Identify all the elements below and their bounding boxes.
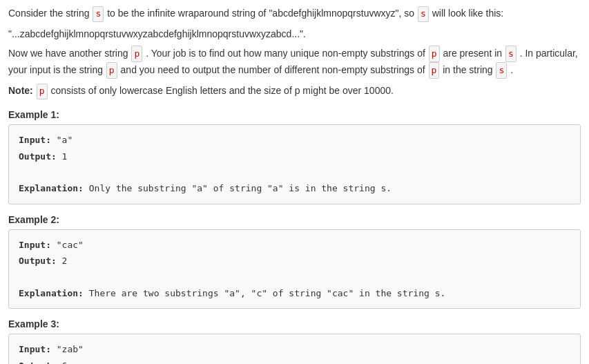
s-variable-4: s [496, 62, 507, 79]
note-label: Note: [8, 85, 33, 96]
output-label: Output: [19, 151, 57, 162]
s-variable-3: s [505, 46, 516, 62]
example-2-output: Output: 2 [19, 253, 570, 269]
second-text-8: . [510, 64, 513, 75]
example-2-title: Example 2: [8, 214, 581, 225]
example-2-explanation: Explanation: There are two substrings "a… [19, 285, 570, 301]
intro-text-3: will look like this: [432, 8, 503, 19]
example-3: Example 3:Input: "zab"Output: 6Explanati… [8, 318, 581, 364]
example-1-input: Input: "a" [19, 132, 570, 148]
intro-line2: "...zabcdefghijklmnopqrstuvwxyzabcdefghi… [8, 26, 581, 41]
input-label: Input: [19, 135, 51, 145]
second-text-7: in the string [443, 64, 492, 75]
example-1-box: Input: "a"Output: 1Explanation: Only the… [8, 124, 581, 204]
example-1: Example 1:Input: "a"Output: 1Explanation… [8, 109, 581, 204]
second-text-4: . In particular, [520, 48, 578, 59]
second-para: Now we have another string p . Your job … [8, 46, 581, 79]
intro-text-1: Consider the string [8, 8, 90, 19]
note-text: consists of only lowercase English lette… [50, 85, 394, 96]
explanation-label: Explanation: [19, 288, 84, 298]
output-label: Output: [19, 361, 57, 364]
example-3-output: Output: 6 [19, 358, 570, 364]
input-label: Input: [19, 344, 51, 354]
input-label: Input: [19, 240, 51, 250]
s-variable-1: s [93, 6, 104, 22]
second-text-2: . Your job is to find out how many uniqu… [146, 48, 425, 59]
p-variable-note: p [37, 84, 48, 99]
second-text-1: Now we have another string [8, 48, 128, 59]
explanation-label: Explanation: [19, 183, 84, 193]
example-2-box: Input: "cac"Output: 2Explanation: There … [8, 229, 581, 309]
s-variable-2: s [418, 6, 429, 22]
example-3-box: Input: "zab"Output: 6Explanation: There … [8, 334, 581, 364]
second-text-5: your input is the string [8, 64, 103, 75]
examples-container: Example 1:Input: "a"Output: 1Explanation… [8, 109, 581, 364]
note-paragraph: Note: p consists of only lowercase Engli… [8, 83, 581, 99]
second-text-6: and you need to output the number of dif… [121, 64, 425, 75]
intro-text-2: to be the infinite wraparound string of … [107, 8, 414, 19]
intro-wrap-text: "...zabcdefghijklmnopqrstuvwxyzabcdefghi… [8, 28, 306, 39]
example-1-title: Example 1: [8, 109, 581, 120]
example-1-explanation: Explanation: Only the substring "a" of s… [19, 180, 570, 196]
p-variable-4: p [429, 62, 440, 79]
example-1-output: Output: 1 [19, 149, 570, 164]
intro-line1: Consider the string s to be the infinite… [8, 6, 581, 22]
second-text-3: are present in [443, 48, 502, 59]
example-2: Example 2:Input: "cac"Output: 2Explanati… [8, 214, 581, 309]
output-label: Output: [19, 256, 57, 266]
p-variable-1: p [131, 46, 142, 62]
example-3-input: Input: "zab" [19, 341, 570, 357]
example-3-title: Example 3: [8, 318, 581, 329]
p-variable-3: p [106, 62, 117, 79]
p-variable-2: p [429, 46, 440, 62]
example-2-input: Input: "cac" [19, 237, 570, 253]
